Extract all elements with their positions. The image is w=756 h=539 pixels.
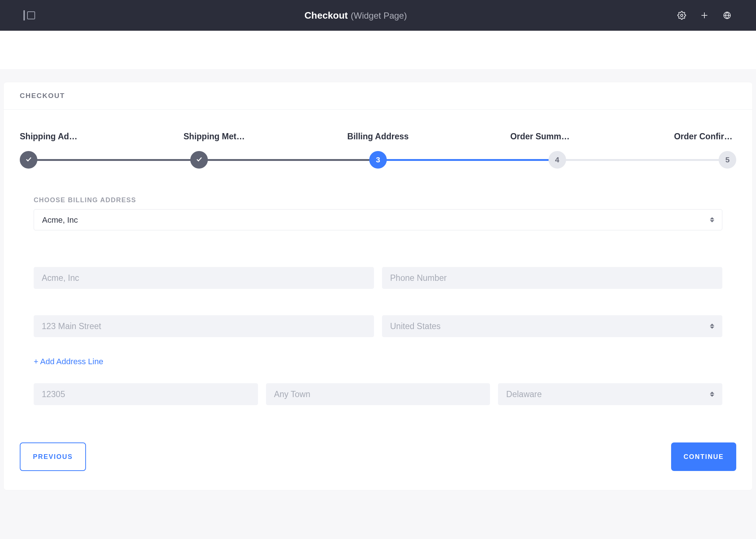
page-title: Checkout [304, 10, 348, 21]
step-number-4: 4 [555, 155, 559, 164]
step-label-order-confirmation: Order Confirmation [674, 132, 736, 142]
billing-form: CHOOSE BILLING ADDRESS Acme, Inc United … [4, 176, 752, 409]
card-header: CHECKOUT [4, 82, 752, 110]
form-footer: PREVIOUS CONTINUE [4, 409, 752, 490]
checkout-card: CHECKOUT Shipping Address Shipping Metho… [4, 82, 752, 490]
step-number-3: 3 [376, 155, 380, 164]
company-input[interactable] [34, 267, 374, 289]
stepper-track: 3 4 5 [20, 151, 736, 169]
settings-button[interactable] [676, 10, 687, 21]
step-number-5: 5 [725, 155, 730, 164]
step-label-order-summary: Order Summary [510, 132, 572, 142]
choose-billing-label: CHOOSE BILLING ADDRESS [34, 196, 722, 204]
step-segment-2 [199, 159, 378, 161]
step-label-shipping-method: Shipping Method [184, 132, 246, 142]
previous-button[interactable]: PREVIOUS [20, 442, 86, 471]
step-segment-3 [378, 159, 557, 161]
add-button[interactable] [699, 10, 710, 21]
globe-icon [723, 11, 731, 20]
country-select[interactable]: United States [382, 315, 722, 337]
header-title-group: Checkout (Widget Page) [35, 10, 676, 21]
card-title: CHECKOUT [20, 92, 65, 99]
step-dot-4[interactable]: 4 [549, 151, 566, 169]
sub-header-strip [0, 31, 756, 69]
app-header: Checkout (Widget Page) [0, 0, 756, 31]
step-dot-3[interactable]: 3 [369, 151, 387, 169]
state-select[interactable]: Delaware [498, 383, 722, 405]
step-dot-1[interactable] [20, 151, 37, 169]
street-input[interactable] [34, 315, 374, 337]
panel-toggle-bar-icon [23, 10, 25, 20]
step-label-shipping-address: Shipping Address [20, 132, 82, 142]
panel-toggle-button[interactable] [23, 10, 35, 20]
page-subtitle: (Widget Page) [351, 11, 407, 21]
continue-button[interactable]: CONTINUE [671, 442, 736, 471]
zip-input[interactable] [34, 383, 258, 405]
step-segment-1 [29, 159, 199, 161]
step-dot-2[interactable] [190, 151, 208, 169]
choose-billing-select[interactable]: Acme, Inc [34, 209, 722, 230]
globe-button[interactable] [722, 10, 733, 21]
step-segment-4 [557, 159, 728, 161]
step-dot-5[interactable]: 5 [719, 151, 736, 169]
add-address-line-link[interactable]: + Add Address Line [34, 357, 103, 366]
step-label-billing-address: Billing Address [347, 132, 409, 142]
plus-icon [700, 11, 709, 20]
choose-billing-select-wrap: Acme, Inc [34, 209, 722, 230]
stepper-labels: Shipping Address Shipping Method Billing… [20, 132, 736, 142]
page-body: CHECKOUT Shipping Address Shipping Metho… [0, 69, 756, 539]
gear-icon [677, 11, 686, 20]
check-icon [25, 155, 32, 165]
svg-point-0 [681, 14, 683, 16]
check-icon [195, 155, 203, 165]
panel-toggle-box-icon [27, 11, 35, 19]
phone-input[interactable] [382, 267, 722, 289]
city-input[interactable] [266, 383, 490, 405]
